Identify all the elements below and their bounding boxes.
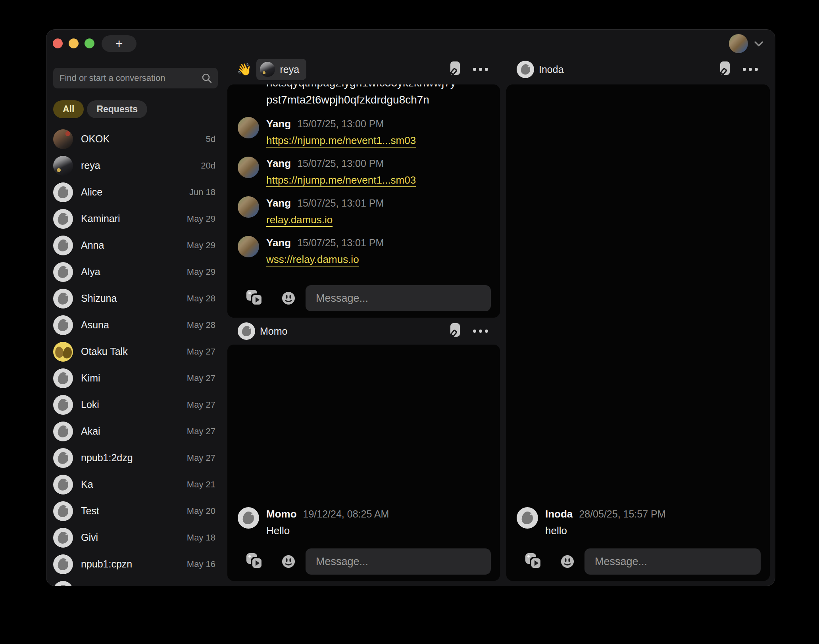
chevron-down-icon[interactable] xyxy=(754,41,763,46)
emoji-button[interactable] xyxy=(561,555,574,568)
conversation-list-item[interactable]: OKOK 5d xyxy=(53,126,218,152)
message-author: Yang xyxy=(266,157,291,170)
chat-header-reya: 👋 reya xyxy=(227,58,500,80)
message-scroll-area[interactable]: Inoda 28/05/25, 15:57 PM hello xyxy=(506,84,770,548)
conversation-date: May 16 xyxy=(187,559,218,569)
search-bar[interactable] xyxy=(53,68,218,88)
conversation-avatar xyxy=(53,581,73,586)
conversation-name: npub1:2dzg xyxy=(81,452,179,464)
conversation-name: Loki xyxy=(81,399,179,410)
wave-emoji-icon: 👋 xyxy=(237,63,252,75)
conversation-list-item[interactable]: reya 20d xyxy=(53,152,218,179)
conversation-date: May 20 xyxy=(187,506,218,516)
conversation-list-item[interactable]: Kimi May 27 xyxy=(53,365,218,391)
conversation-list-item[interactable]: Givi May 18 xyxy=(53,524,218,551)
message-avatar[interactable] xyxy=(238,117,259,138)
tab-all[interactable]: All xyxy=(53,100,84,118)
chat-peer-name: Momo xyxy=(260,326,287,337)
chat-panel-momo: Momo 19/12/24, 08:25 AM Hello xyxy=(227,345,500,581)
minimize-window-button[interactable] xyxy=(69,38,79,48)
message-timestamp: 15/07/25, 13:01 PM xyxy=(297,236,384,249)
conversation-list-item[interactable]: Kaminari May 29 xyxy=(53,205,218,232)
attach-media-button[interactable] xyxy=(525,553,543,570)
message-link[interactable]: wss://relay.damus.io xyxy=(266,252,359,267)
chat-peer-avatar[interactable] xyxy=(238,322,255,340)
conversation-date: Jun 18 xyxy=(189,187,218,197)
conversation-avatar xyxy=(53,236,73,255)
account-menu[interactable] xyxy=(729,34,763,53)
conversation-list-item[interactable]: Asuna May 28 xyxy=(53,312,218,338)
conversation-list-item[interactable]: Shizuna May 28 xyxy=(53,285,218,312)
message-author: Yang xyxy=(266,196,291,210)
media-icon xyxy=(525,553,543,570)
conversation-list-item[interactable]: Test May 20 xyxy=(53,498,218,524)
conversation-list-item[interactable]: Akai May 27 xyxy=(53,418,218,445)
message-input[interactable] xyxy=(306,548,491,575)
new-chat-button[interactable]: + xyxy=(102,35,136,52)
media-icon xyxy=(246,553,264,570)
emoji-smiley-icon xyxy=(282,555,295,568)
window-controls xyxy=(53,38,94,48)
message-input[interactable] xyxy=(306,285,491,311)
message-avatar[interactable] xyxy=(238,507,259,529)
chat-peer-avatar[interactable] xyxy=(517,61,534,78)
conversation-name: Kaminari xyxy=(81,213,179,224)
search-input[interactable] xyxy=(60,73,202,83)
attach-media-button[interactable] xyxy=(246,553,264,570)
conversation-avatar xyxy=(53,209,73,229)
conversation-avatar xyxy=(53,315,73,335)
message-avatar[interactable] xyxy=(238,157,259,178)
emoji-button[interactable] xyxy=(282,555,295,568)
emoji-smiley-icon xyxy=(561,555,574,568)
message-text: hello xyxy=(545,523,666,538)
conversation-name: Otaku Talk xyxy=(81,346,179,357)
chat-message: Yang 15/07/25, 13:01 PM relay.damus.io xyxy=(227,196,500,227)
conversation-avatar xyxy=(53,395,73,415)
conversation-list-item[interactable] xyxy=(53,577,218,586)
message-avatar[interactable] xyxy=(238,236,259,257)
conversation-list-item[interactable]: Loki May 27 xyxy=(53,391,218,418)
conversation-name: Alice xyxy=(81,186,181,198)
message-link[interactable]: https://njump.me/nevent1...sm03 xyxy=(266,172,416,188)
composer xyxy=(506,548,770,581)
message-scroll-area[interactable]: nctsqyqtmpag2lygh1wfc33ykzknwwj7y pst7mt… xyxy=(227,84,500,285)
conversation-list-item[interactable]: Alya May 29 xyxy=(53,259,218,285)
conversation-avatar xyxy=(53,182,73,202)
conversation-list-item[interactable]: Otaku Talk May 27 xyxy=(53,338,218,365)
message-link[interactable]: https://njump.me/nevent1...sm03 xyxy=(266,133,416,148)
message-input[interactable] xyxy=(584,548,761,575)
emoji-button[interactable] xyxy=(282,291,295,305)
conversation-list-item[interactable]: Anna May 29 xyxy=(53,232,218,259)
message-link[interactable]: relay.damus.io xyxy=(266,212,333,227)
conversation-list-item[interactable]: npub1:cpzn May 16 xyxy=(53,551,218,577)
conversation-list-item[interactable]: Alice Jun 18 xyxy=(53,179,218,205)
conversation-name: Test xyxy=(81,505,179,517)
chat-peer-pill[interactable]: reya xyxy=(256,59,306,80)
note-edit-button[interactable] xyxy=(450,323,462,339)
message-timestamp: 15/07/25, 13:01 PM xyxy=(297,196,384,210)
message-avatar[interactable] xyxy=(517,507,538,529)
conversation-list-item[interactable]: npub1:2dzg May 27 xyxy=(53,445,218,471)
conversation-date: May 28 xyxy=(187,320,218,330)
note-edit-button[interactable] xyxy=(720,61,732,78)
tab-requests[interactable]: Requests xyxy=(87,100,147,118)
conversation-list-item[interactable]: Ka May 21 xyxy=(53,471,218,498)
more-options-button[interactable] xyxy=(473,330,488,333)
conversation-date: May 29 xyxy=(187,240,218,251)
more-options-button[interactable] xyxy=(473,68,488,71)
zoom-window-button[interactable] xyxy=(85,38,94,48)
conversation-name: Akai xyxy=(81,426,179,437)
more-options-icon xyxy=(473,68,488,71)
conversation-date: 5d xyxy=(206,134,218,144)
account-avatar[interactable] xyxy=(729,34,748,53)
note-edit-button[interactable] xyxy=(450,61,462,78)
conversation-avatar xyxy=(53,368,73,388)
close-window-button[interactable] xyxy=(53,38,63,48)
conversation-name: Asuna xyxy=(81,319,179,331)
message-author: Inoda xyxy=(545,507,573,521)
more-options-button[interactable] xyxy=(743,68,758,71)
message-scroll-area[interactable]: Momo 19/12/24, 08:25 AM Hello xyxy=(227,345,500,548)
message-text: pst7mta2t6wpjh0qfzkdrdgu8ch7n xyxy=(227,92,500,108)
message-avatar[interactable] xyxy=(238,196,259,218)
attach-media-button[interactable] xyxy=(246,290,264,307)
